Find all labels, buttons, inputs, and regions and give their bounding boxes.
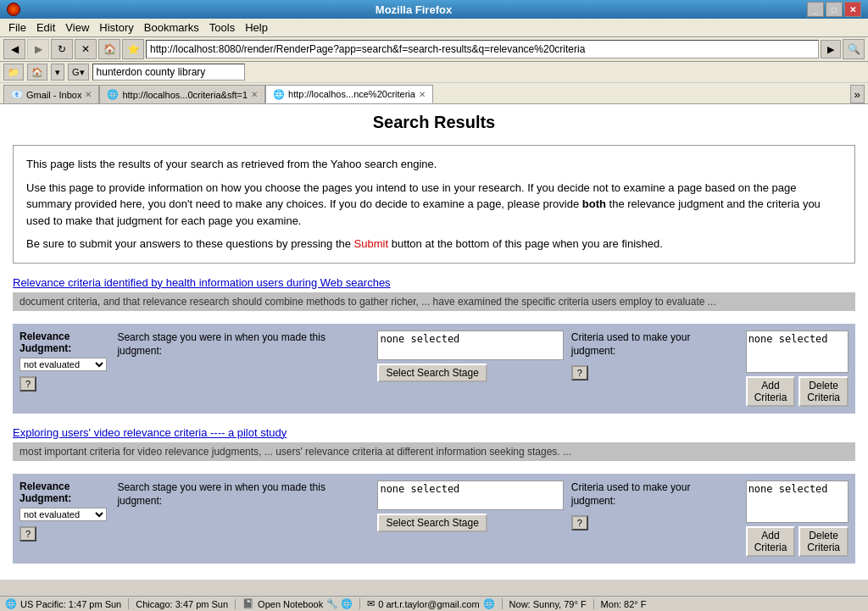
eval-1-select-stage-btn[interactable]: Select Search Stage — [377, 364, 487, 382]
tab-gmail-label: Gmail - Inbox — [26, 90, 81, 100]
menu-tools[interactable]: Tools — [204, 19, 240, 36]
menu-file[interactable]: File — [3, 19, 31, 36]
page-content: Search Results This page lists the resul… — [0, 104, 868, 580]
instructions-para3: Be sure to submit your answers to these … — [26, 236, 842, 253]
evaluation-row-2: RelevanceJudgment: not evaluated relevan… — [13, 474, 855, 564]
bm-icon-btn[interactable]: 📁 — [3, 64, 24, 81]
tabs-bar: 📧 Gmail - Inbox ✕ 🌐 http://localhos...0c… — [0, 83, 868, 104]
eval-2-select[interactable]: not evaluated relevant not relevant part… — [19, 508, 107, 521]
menu-edit[interactable]: Edit — [31, 19, 60, 36]
tab-page2[interactable]: 🌐 http://localhos...nce%20criteria ✕ — [265, 85, 433, 103]
home-btn[interactable]: 🏠 — [98, 39, 120, 59]
eval-2-stage-text: Search stage you were in when you made t… — [117, 481, 325, 508]
eval-2-delete-criteria-btn[interactable]: Delete Criteria — [798, 526, 849, 557]
search-btn[interactable]: 🔍 — [843, 39, 865, 59]
eval-2-criteria-text: Criteria used to make your judgment: — [571, 481, 691, 508]
eval-2-stage-label: Search stage you were in when you made t… — [110, 474, 370, 564]
instructions-para2: Use this page to provide information on … — [26, 180, 842, 230]
result-1-snippet: document criteria, and that relevance re… — [13, 292, 855, 311]
eval-2-criteria-input: none selected Add Criteria Delete Criter… — [739, 474, 855, 564]
tab-page1-label: http://localhos...0criteria&sft=1 — [122, 90, 248, 100]
eval-2-stage-input: none selected Select Search Stage — [370, 474, 564, 564]
eval-1-stage-input: none selected Select Search Stage — [370, 324, 564, 414]
bm-google-btn[interactable]: G▾ — [68, 64, 89, 81]
submit-link[interactable]: Submit — [354, 237, 388, 250]
eval-1-criteria-label: Criteria used to make your judgment: ? — [565, 324, 739, 414]
result-2-snippet: most important criteria for video releva… — [13, 442, 855, 461]
eval-1-criteria-buttons: Add Criteria Delete Criteria — [746, 376, 849, 407]
bm-home-btn[interactable]: 🏠 — [27, 64, 47, 81]
reload-btn[interactable]: ↻ — [51, 39, 73, 59]
tab-page2-icon: 🌐 — [273, 89, 285, 100]
nav-bar: ◀ ▶ ↻ ✕ 🏠 ⭐ ▶ 🔍 — [0, 37, 868, 62]
bookmarks-bar: 📁 🏠 ▾ G▾ — [0, 62, 868, 83]
stop-btn[interactable]: ✕ — [75, 39, 97, 59]
eval-1-relevance-label: RelevanceJudgment: — [19, 330, 71, 354]
menu-bookmarks[interactable]: Bookmarks — [139, 19, 204, 36]
close-btn[interactable]: ✕ — [844, 2, 861, 17]
tabs-more-btn[interactable]: » — [850, 85, 865, 103]
instructions-box: This page lists the results of your sear… — [13, 145, 855, 264]
eval-1-delete-criteria-btn[interactable]: Delete Criteria — [798, 376, 849, 407]
eval-1-stage-textarea[interactable]: none selected — [377, 330, 564, 360]
tab-gmail[interactable]: 📧 Gmail - Inbox ✕ — [3, 85, 99, 103]
eval-2-criteria-help-btn[interactable]: ? — [571, 515, 588, 530]
eval-2-select-stage-btn[interactable]: Select Search Stage — [377, 514, 487, 532]
menu-view[interactable]: View — [60, 19, 94, 36]
eval-1-criteria-help-btn[interactable]: ? — [571, 365, 588, 380]
eval-2-help-btn[interactable]: ? — [19, 526, 36, 542]
tab-gmail-close[interactable]: ✕ — [85, 90, 92, 99]
eval-2-criteria-label: Criteria used to make your judgment: ? — [565, 474, 739, 564]
maximize-btn[interactable]: □ — [826, 2, 843, 17]
result-1-link[interactable]: Relevance criteria identified by health … — [13, 276, 855, 289]
bookmark-page-btn[interactable]: ⭐ — [122, 39, 144, 59]
address-input[interactable] — [146, 40, 819, 58]
window-title: Mozilla Firefox — [20, 3, 807, 16]
go-btn[interactable]: ▶ — [821, 40, 841, 58]
page-title: Search Results — [13, 113, 855, 132]
back-btn[interactable]: ◀ — [3, 39, 25, 59]
menu-bar: File Edit View History Bookmarks Tools H… — [0, 19, 868, 37]
eval-2-criteria-buttons: Add Criteria Delete Criteria — [746, 526, 849, 557]
menu-help[interactable]: Help — [240, 19, 273, 36]
eval-2-relevance: RelevanceJudgment: not evaluated relevan… — [13, 474, 110, 564]
eval-1-add-criteria-btn[interactable]: Add Criteria — [746, 376, 796, 407]
eval-1-relevance: RelevanceJudgment: not evaluated relevan… — [13, 324, 110, 414]
bm-dropdown-btn[interactable]: ▾ — [51, 64, 64, 81]
tab-page2-close[interactable]: ✕ — [419, 90, 426, 99]
eval-1-stage-text: Search stage you were in when you made t… — [117, 331, 325, 358]
title-bar: Mozilla Firefox _ □ ✕ — [0, 0, 868, 19]
eval-1-stage-label: Search stage you were in when you made t… — [110, 324, 370, 414]
evaluation-row-1: RelevanceJudgment: not evaluated relevan… — [13, 324, 855, 414]
eval-2-criteria-textarea[interactable]: none selected — [746, 480, 849, 523]
bookmarks-search-input[interactable] — [92, 64, 245, 81]
forward-btn[interactable]: ▶ — [27, 39, 49, 59]
result-block-2: Exploring users' video relevance criteri… — [13, 426, 855, 461]
eval-2-stage-textarea[interactable]: none selected — [377, 480, 564, 510]
eval-1-criteria-input: none selected Add Criteria Delete Criter… — [739, 324, 855, 414]
minimize-btn[interactable]: _ — [807, 2, 824, 17]
tab-page1-icon: 🌐 — [107, 89, 119, 100]
tab-page1[interactable]: 🌐 http://localhos...0criteria&sft=1 ✕ — [99, 85, 265, 103]
tab-page2-label: http://localhos...nce%20criteria — [288, 89, 415, 99]
tab-page1-close[interactable]: ✕ — [251, 90, 258, 99]
eval-1-criteria-text: Criteria used to make your judgment: — [571, 331, 691, 358]
menu-history[interactable]: History — [94, 19, 138, 36]
eval-1-help-btn[interactable]: ? — [19, 376, 36, 392]
eval-1-criteria-textarea[interactable]: none selected — [746, 330, 849, 373]
result-block-1: Relevance criteria identified by health … — [13, 276, 855, 311]
eval-2-relevance-label: RelevanceJudgment: — [19, 480, 71, 504]
eval-2-add-criteria-btn[interactable]: Add Criteria — [746, 526, 796, 557]
instructions-para1: This page lists the results of your sear… — [26, 156, 842, 173]
eval-1-select[interactable]: not evaluated relevant not relevant part… — [19, 358, 107, 371]
result-2-link[interactable]: Exploring users' video relevance criteri… — [13, 426, 855, 439]
tab-gmail-icon: 📧 — [11, 89, 23, 100]
